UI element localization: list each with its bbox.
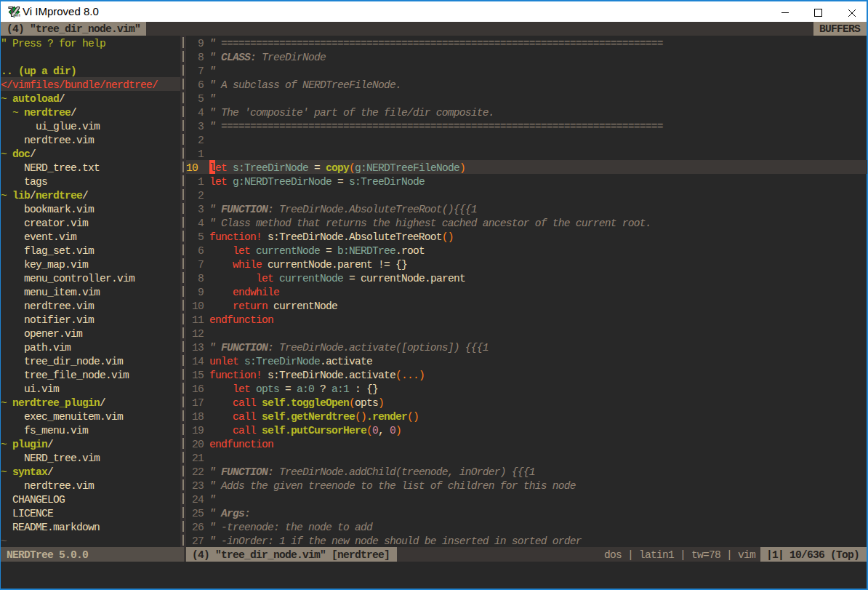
svg-text:im: im xyxy=(14,11,20,18)
